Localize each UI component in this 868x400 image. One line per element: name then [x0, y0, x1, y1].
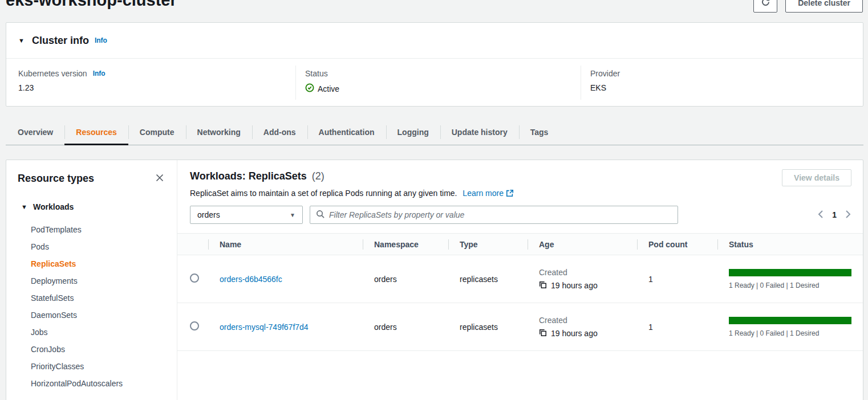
provider-label: Provider: [590, 69, 620, 78]
replicaset-name-link[interactable]: orders-mysql-749f67f7d4: [220, 323, 309, 332]
column-header-age: Age: [528, 234, 637, 255]
table-row: orders-mysql-749f67f7d4 orders replicase…: [177, 303, 863, 351]
cluster-tabs: Overview Resources Compute Networking Ad…: [6, 120, 863, 145]
tab-authentication[interactable]: Authentication: [307, 120, 386, 145]
view-details-button[interactable]: View details: [782, 169, 851, 186]
selection-column-header: [177, 234, 208, 255]
age-text: 19 hours ago: [551, 281, 598, 290]
cell-type: replicasets: [448, 255, 528, 303]
cell-age: Created 19 hours ago: [528, 255, 637, 303]
next-page-button[interactable]: [845, 210, 851, 221]
column-divider: [581, 66, 581, 100]
table-header-row: Name Namespace Type Age Pod count Status: [177, 234, 863, 255]
cluster-info-info-link[interactable]: Info: [95, 36, 107, 44]
row-radio-button[interactable]: [190, 321, 199, 330]
sidebar-item-pods[interactable]: Pods: [18, 238, 165, 255]
cluster-info-title: Cluster info: [32, 35, 89, 47]
sidebar-item-statefulsets[interactable]: StatefulSets: [18, 289, 165, 307]
kubernetes-version-info-link[interactable]: Info: [93, 70, 106, 77]
status-bar: [729, 269, 851, 276]
cluster-info-header[interactable]: ▼ Cluster info Info: [6, 23, 863, 59]
cell-type: replicasets: [448, 303, 528, 351]
page-number[interactable]: 1: [832, 210, 837, 219]
sidebar-item-priorityclasses[interactable]: PriorityClasses: [18, 358, 165, 375]
cell-namespace: orders: [363, 255, 448, 303]
sidebar-group-workloads[interactable]: ▼ Workloads: [18, 202, 165, 211]
check-circle-icon: [305, 83, 314, 94]
filter-row: orders ▼ 1: [190, 206, 851, 224]
refresh-icon: [761, 0, 770, 9]
cell-status: 1 Ready | 0 Failed | 1 Desired: [717, 303, 863, 351]
copy-button[interactable]: [539, 281, 547, 291]
resource-types-sidebar: Resource types ▼ Workloads PodTemplates …: [6, 160, 177, 400]
caret-down-icon[interactable]: ▼: [18, 37, 25, 44]
eks-console-screen: eks-workshop-cluster Delete cluster ▼ Cl…: [0, 0, 868, 400]
column-divider: [295, 66, 296, 100]
status-label: Status: [305, 69, 328, 78]
sidebar-item-replicasets[interactable]: ReplicaSets: [18, 255, 165, 272]
main-title-text: Workloads: ReplicaSets: [190, 170, 307, 182]
column-header-name: Name: [208, 234, 363, 255]
refresh-button[interactable]: [753, 0, 777, 13]
copy-button[interactable]: [539, 329, 547, 338]
copy-icon: [539, 329, 547, 338]
main-title-count: (2): [312, 170, 325, 182]
namespace-filter-dropdown[interactable]: orders ▼: [190, 206, 303, 224]
age-created-label: Created: [539, 268, 637, 277]
sidebar-item-cronjobs[interactable]: CronJobs: [18, 341, 165, 358]
previous-page-button[interactable]: [817, 210, 824, 221]
copy-icon: [539, 281, 547, 291]
tab-compute[interactable]: Compute: [128, 120, 186, 145]
dropdown-caret-icon: ▼: [290, 212, 295, 218]
status-summary: 1 Ready | 0 Failed | 1 Desired: [729, 281, 863, 289]
replicasets-main: Workloads: ReplicaSets (2) View details …: [177, 160, 863, 400]
tab-update-history[interactable]: Update history: [440, 120, 519, 145]
replicasets-table: Name Namespace Type Age Pod count Status…: [177, 233, 863, 351]
provider-field: Provider EKS: [590, 69, 620, 92]
sidebar-close-button[interactable]: [154, 173, 165, 185]
replicaset-name-link[interactable]: orders-d6b4566fc: [220, 275, 282, 284]
learn-more-link[interactable]: Learn more: [463, 189, 504, 198]
filter-input[interactable]: [329, 210, 672, 219]
chevron-left-icon: [817, 210, 824, 221]
search-icon: [316, 210, 325, 221]
sidebar-item-deployments[interactable]: Deployments: [18, 272, 165, 289]
sidebar-item-jobs[interactable]: Jobs: [18, 324, 165, 341]
cell-age: Created 19 hours ago: [528, 303, 637, 351]
dropdown-value: orders: [197, 210, 220, 219]
tab-overview[interactable]: Overview: [6, 120, 64, 145]
page-title: eks-workshop-cluster: [6, 0, 177, 10]
sidebar-item-list: PodTemplates Pods ReplicaSets Deployment…: [18, 221, 165, 392]
tab-resources[interactable]: Resources: [64, 120, 128, 145]
age-text: 19 hours ago: [551, 329, 598, 338]
tab-logging[interactable]: Logging: [386, 120, 440, 145]
cell-pod-count: 1: [637, 303, 717, 351]
row-radio-button[interactable]: [190, 274, 199, 283]
status-summary: 1 Ready | 0 Failed | 1 Desired: [729, 329, 863, 337]
header-actions: Delete cluster: [753, 0, 863, 13]
column-header-type: Type: [448, 234, 528, 255]
external-link-icon: [506, 190, 514, 199]
tab-add-ons[interactable]: Add-ons: [252, 120, 307, 145]
delete-cluster-button[interactable]: Delete cluster: [785, 0, 863, 13]
status-bar: [729, 317, 851, 324]
column-header-status: Status: [717, 234, 863, 255]
caret-down-icon: ▼: [21, 203, 28, 210]
main-description: ReplicaSet aims to maintain a set of rep…: [190, 189, 851, 199]
column-header-pod-count: Pod count: [637, 234, 717, 255]
status-value: Active: [305, 83, 339, 94]
main-title: Workloads: ReplicaSets (2): [190, 170, 851, 182]
age-created-label: Created: [539, 316, 637, 325]
status-field: Status Active: [305, 69, 339, 94]
sidebar-title: Resource types: [18, 173, 94, 185]
sidebar-item-podtemplates[interactable]: PodTemplates: [18, 221, 165, 238]
status-text: Active: [318, 84, 339, 93]
tab-tags[interactable]: Tags: [519, 120, 560, 145]
cell-pod-count: 1: [637, 255, 717, 303]
kubernetes-version-label: Kubernetes version: [18, 69, 87, 78]
cluster-info-body: Kubernetes version Info 1.23 Status Acti…: [6, 59, 863, 107]
close-icon: [155, 173, 164, 184]
tab-networking[interactable]: Networking: [186, 120, 252, 145]
sidebar-item-horizontalpodautoscalers[interactable]: HorizontalPodAutoscalers: [18, 375, 165, 392]
sidebar-item-daemonsets[interactable]: DaemonSets: [18, 307, 165, 324]
